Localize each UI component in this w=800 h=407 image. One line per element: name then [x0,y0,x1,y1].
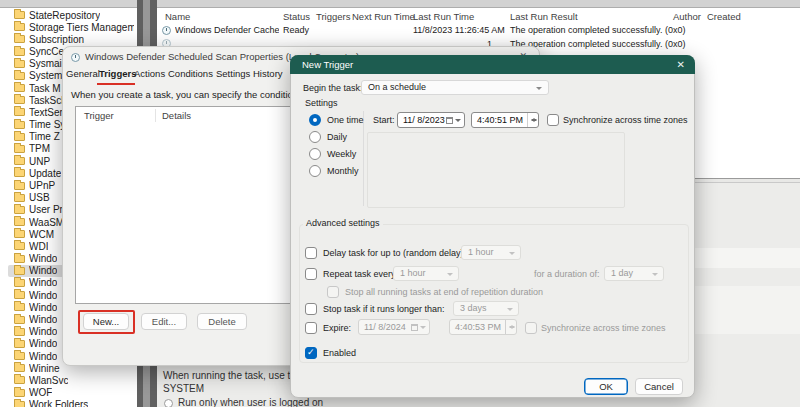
spinner-arrows-icon[interactable] [505,320,516,334]
tab-actions[interactable]: Actions [134,68,165,79]
folder-icon [14,218,25,226]
tree-item[interactable]: Work Folders [8,399,134,407]
expire-label: Expire: [323,323,351,333]
tab-settings[interactable]: Settings [216,68,250,79]
folder-icon [14,401,25,407]
stop-task-dropdown[interactable]: 3 days [453,301,519,316]
folder-icon [14,279,25,287]
folder-icon [14,376,25,384]
folder-icon [14,316,25,324]
tree-item-label: TPM [29,143,50,154]
expire-sync-checkbox[interactable] [525,322,537,334]
radio-icon[interactable] [309,165,321,177]
column-header[interactable]: Last Run Result [510,11,578,22]
tree-item-label: System [29,70,62,81]
begin-task-dropdown[interactable]: On a schedule [361,80,549,95]
tree-item[interactable]: WlanSvc [8,374,134,386]
folder-icon [14,303,25,311]
folder-icon [14,157,25,165]
tab-conditions[interactable]: Conditions [168,68,213,79]
details-column-header[interactable]: Details [162,110,191,121]
tree-item-label: Windo [29,290,57,301]
column-divider [155,109,156,122]
tree-item[interactable]: StateRepository [8,9,134,21]
radio-label: Weekly [327,149,356,159]
folder-icon [14,255,25,263]
red-underline-annotation [97,83,135,85]
edit-trigger-button[interactable]: Edit... [141,313,187,330]
tree-item[interactable]: WOF [8,387,134,399]
folder-icon [14,364,25,372]
folder-icon [14,242,25,250]
expire-date-picker[interactable]: 11/ 8/2024 [358,319,430,335]
start-time-spinner[interactable]: 4:40:51 PM [471,112,539,128]
schedule-option-monthly[interactable]: Monthly [309,164,359,177]
folder-icon [14,108,25,116]
column-header[interactable]: Name [165,11,190,22]
radio-icon[interactable] [309,114,321,126]
duration-dropdown[interactable]: 1 day [604,266,664,281]
stop-all-tasks-label: Stop all running tasks at end of repetit… [345,287,543,297]
delay-task-label: Delay task for up to (random delay): [323,248,466,258]
cancel-button[interactable]: Cancel [635,378,683,395]
task-row-name[interactable]: Windows Defender Cache Mai... [175,25,279,35]
expire-time-spinner[interactable]: 4:40:53 PM [449,319,517,335]
settings-group-label: Settings [305,98,338,108]
stop-task-checkbox[interactable] [305,303,317,315]
tab-triggers[interactable]: Triggers [99,68,137,79]
logged-on-radio[interactable] [164,399,173,407]
expire-checkbox[interactable] [305,322,317,334]
delay-task-checkbox[interactable] [305,247,317,259]
radio-icon[interactable] [309,131,321,143]
tree-item-label: UPnP [29,180,55,191]
column-header[interactable]: Triggers [316,11,351,22]
tab-general[interactable]: General [66,68,100,79]
tree-item-label: Winine [29,363,60,374]
repeat-interval-dropdown[interactable]: 1 hour [393,266,459,281]
expire-sync-label: Synchronize across time zones [541,323,666,333]
folder-icon [14,352,25,360]
delete-trigger-button[interactable]: Delete [197,313,247,330]
tree-item-label: WlanSvc [29,375,68,386]
expire-time-value: 4:40:53 PM [455,322,501,332]
tree-item-label: Windo [29,302,57,313]
duration-label: for a duration of: [534,269,600,279]
new-trigger-title: New Trigger [302,55,353,74]
start-date-picker[interactable]: 11/ 8/2023 [397,112,465,128]
schedule-option-daily[interactable]: Daily [309,130,347,143]
schedule-option-one-time[interactable]: One time [309,113,364,126]
delay-task-dropdown[interactable]: 1 hour [461,245,521,260]
folder-icon [14,194,25,202]
tree-item-label: Windo [29,253,57,264]
folder-icon [14,169,25,177]
tree-item-label: USB [29,192,50,203]
logged-on-radio-label: Run only when user is logged on [178,397,323,407]
sync-timezones-checkbox[interactable] [547,114,559,126]
spinner-arrows-icon[interactable] [527,113,538,127]
radio-label: Monthly [327,166,359,176]
folder-icon [14,35,25,43]
column-header[interactable]: Last Run Time [413,11,474,22]
tree-item-label: Sysmai [29,58,62,69]
tab-history[interactable]: History [253,68,283,79]
column-header[interactable]: Next Run Time [352,11,415,22]
tree-item[interactable]: Subscription [8,33,134,45]
schedule-option-weekly[interactable]: Weekly [309,147,356,160]
tree-item-label: WaaSM [29,217,64,228]
tree-item-label: TextSer [29,107,63,118]
enabled-checkbox[interactable] [305,347,317,359]
stop-all-tasks-checkbox[interactable] [327,286,339,298]
repeat-task-checkbox[interactable] [305,268,317,280]
radio-icon[interactable] [309,148,321,160]
tree-item-label: Windo [29,351,57,362]
column-header[interactable]: Status [283,11,310,22]
tree-item[interactable]: Storage Tiers Managemen [8,21,134,33]
close-icon[interactable]: ✕ [677,55,685,74]
schedule-detail-panel [367,132,625,208]
column-header[interactable]: Created [707,11,741,22]
column-header[interactable]: Author [673,11,701,22]
folder-icon [14,328,25,336]
trigger-column-header[interactable]: Trigger [84,110,114,121]
task-scheduler-window: StateRepositoryStorage Tiers ManagemenSu… [0,0,800,407]
ok-button[interactable]: OK [584,378,628,395]
